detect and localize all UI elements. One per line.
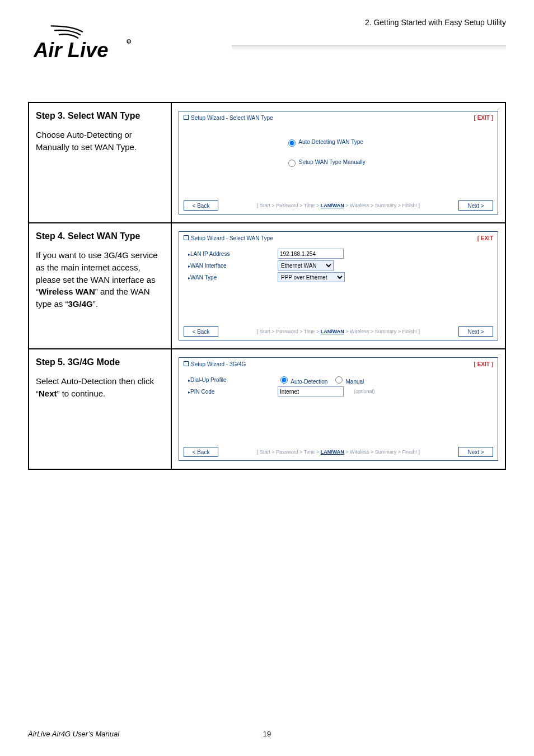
wan-interface-label: WAN Interface bbox=[185, 263, 278, 269]
dialup-auto-radio[interactable] bbox=[280, 376, 288, 384]
lan-ip-input[interactable] bbox=[278, 249, 344, 259]
next-button[interactable]: Next > bbox=[458, 200, 493, 211]
dialup-label: Dial-Up Profile bbox=[185, 377, 278, 383]
back-button[interactable]: < Back bbox=[184, 326, 218, 337]
auto-detect-radio[interactable] bbox=[288, 139, 296, 147]
step3-title: Step 3. Select WAN Type bbox=[36, 111, 164, 121]
brand-logo: Air Live R bbox=[34, 24, 140, 64]
pin-label: PIN Code bbox=[185, 389, 278, 395]
panel3-title: Setup Wizard - Select WAN Type bbox=[184, 115, 273, 121]
step4-title: Step 4. Select WAN Type bbox=[36, 231, 164, 241]
next-button[interactable]: Next > bbox=[458, 447, 493, 457]
step3-cell-left: Step 3. Select WAN Type Choose Auto-Dete… bbox=[29, 102, 171, 223]
step4-cell-left: Step 4. Select WAN Type If you want to u… bbox=[29, 223, 171, 349]
panel-step5: Setup Wizard - 3G/4G [ EXIT ] Dial-Up Pr… bbox=[179, 357, 498, 461]
step4-cell-right: Setup Wizard - Select WAN Type [ EXIT LA… bbox=[171, 223, 505, 349]
step5-title: Step 5. 3G/4G Mode bbox=[36, 357, 164, 367]
step3-cell-right: Setup Wizard - Select WAN Type [ EXIT ] … bbox=[171, 102, 505, 223]
auto-detect-label: Auto Detecting WAN Type bbox=[298, 139, 363, 145]
chapter-title: 2. Getting Started with Easy Setup Utili… bbox=[365, 18, 506, 27]
manual-label: Setup WAN Type Manually bbox=[299, 159, 366, 165]
header-divider bbox=[232, 45, 506, 54]
exit-link[interactable]: [ EXIT bbox=[477, 235, 493, 241]
svg-text:R: R bbox=[128, 40, 130, 44]
lan-ip-label: LAN IP Address bbox=[185, 251, 278, 257]
exit-link[interactable]: [ EXIT ] bbox=[474, 115, 493, 121]
exit-link[interactable]: [ EXIT ] bbox=[474, 361, 493, 367]
dialup-manual-radio[interactable] bbox=[335, 376, 343, 384]
svg-text:Air Live: Air Live bbox=[34, 39, 109, 62]
next-button[interactable]: Next > bbox=[458, 326, 493, 337]
panel-step3: Setup Wizard - Select WAN Type [ EXIT ] … bbox=[179, 111, 498, 214]
wizard-breadcrumb: [ Start > Password > Time > LAN/WAN > Wi… bbox=[223, 449, 454, 455]
dialup-manual-label: Manual bbox=[346, 379, 364, 385]
step3-body: Choose Auto-Detecting or Manually to set… bbox=[36, 129, 164, 153]
dialup-auto-label: Auto-Detection bbox=[291, 379, 327, 385]
step5-cell-right: Setup Wizard - 3G/4G [ EXIT ] Dial-Up Pr… bbox=[171, 349, 505, 469]
wan-interface-select[interactable]: Ethernet WAN bbox=[278, 260, 334, 270]
wizard-breadcrumb: [ Start > Password > Time > LAN/WAN > Wi… bbox=[223, 203, 454, 208]
panel5-title: Setup Wizard - 3G/4G bbox=[184, 361, 246, 367]
pin-optional: (optional) bbox=[354, 389, 375, 394]
page-number: 19 bbox=[263, 730, 271, 738]
wan-type-label: WAN Type bbox=[185, 274, 278, 281]
back-button[interactable]: < Back bbox=[184, 200, 218, 211]
panel-step4: Setup Wizard - Select WAN Type [ EXIT LA… bbox=[179, 231, 498, 340]
back-button[interactable]: < Back bbox=[184, 447, 218, 457]
manual-radio[interactable] bbox=[288, 160, 296, 167]
step4-body: If you want to use 3G/4G service as the … bbox=[36, 249, 164, 310]
manual-title: AirLive Air4G User’s Manual bbox=[28, 730, 119, 738]
step5-cell-left: Step 5. 3G/4G Mode Select Auto-Detection… bbox=[29, 349, 171, 469]
step5-body: Select Auto-Detection then click “Next” … bbox=[36, 375, 164, 400]
wizard-breadcrumb: [ Start > Password > Time > LAN/WAN > Wi… bbox=[223, 329, 454, 334]
panel4-title: Setup Wizard - Select WAN Type bbox=[184, 235, 273, 241]
wan-type-select[interactable]: PPP over Ethernet bbox=[278, 272, 345, 282]
pin-input[interactable] bbox=[278, 386, 344, 396]
